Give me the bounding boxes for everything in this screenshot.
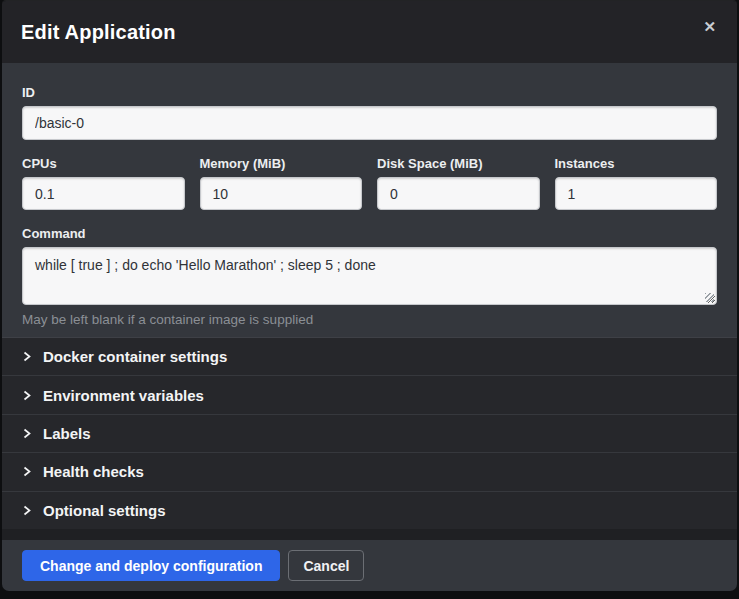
section-label: Environment variables xyxy=(43,387,204,404)
chevron-right-icon xyxy=(22,466,32,477)
command-help-text: May be left blank if a container image i… xyxy=(22,312,717,327)
edit-application-form: ID CPUs Memory (MiB) Disk Space (MiB) In… xyxy=(2,63,737,337)
close-icon: ✕ xyxy=(703,18,716,35)
modal-header: Edit Application ✕ xyxy=(2,1,737,63)
memory-label: Memory (MiB) xyxy=(200,156,363,171)
chevron-right-icon xyxy=(22,505,32,516)
disk-label: Disk Space (MiB) xyxy=(377,156,540,171)
id-input[interactable] xyxy=(22,106,717,140)
instances-field-group: Instances xyxy=(555,156,718,210)
id-field-group: ID xyxy=(22,85,717,140)
chevron-right-icon xyxy=(22,390,32,401)
section-toggle-docker-container-settings[interactable]: Docker container settings xyxy=(2,338,737,375)
cpus-field-group: CPUs xyxy=(22,156,185,210)
command-label: Command xyxy=(22,226,717,241)
disk-field-group: Disk Space (MiB) xyxy=(377,156,540,210)
cpus-label: CPUs xyxy=(22,156,185,171)
modal-title: Edit Application xyxy=(21,21,176,44)
id-label: ID xyxy=(22,85,717,100)
command-textarea[interactable]: while [ true ] ; do echo 'Hello Marathon… xyxy=(22,247,717,305)
section-toggle-labels[interactable]: Labels xyxy=(2,414,737,452)
chevron-right-icon xyxy=(22,351,32,362)
close-button[interactable]: ✕ xyxy=(699,15,720,38)
command-field-group: Command while [ true ] ; do echo 'Hello … xyxy=(22,226,717,327)
modal-footer: Change and deploy configuration Cancel xyxy=(2,540,737,591)
disk-input[interactable] xyxy=(377,177,540,210)
edit-application-modal: Edit Application ✕ ID CPUs Memory (MiB) … xyxy=(2,0,737,591)
submit-button[interactable]: Change and deploy configuration xyxy=(22,550,280,581)
memory-field-group: Memory (MiB) xyxy=(200,156,363,210)
section-toggle-optional-settings[interactable]: Optional settings xyxy=(2,491,737,529)
section-toggle-health-checks[interactable]: Health checks xyxy=(2,452,737,490)
chevron-right-icon xyxy=(22,428,32,439)
section-label: Labels xyxy=(43,425,91,442)
section-label: Docker container settings xyxy=(43,348,227,365)
section-toggle-environment-variables[interactable]: Environment variables xyxy=(2,375,737,413)
cancel-button[interactable]: Cancel xyxy=(288,550,364,581)
section-label: Health checks xyxy=(43,463,144,480)
cpus-input[interactable] xyxy=(22,177,185,210)
section-label: Optional settings xyxy=(43,502,166,519)
resources-row: CPUs Memory (MiB) Disk Space (MiB) Insta… xyxy=(22,156,717,210)
collapsible-sections: Docker container settings Environment va… xyxy=(2,337,737,529)
footer-divider xyxy=(2,529,737,540)
instances-label: Instances xyxy=(555,156,718,171)
memory-input[interactable] xyxy=(200,177,363,210)
instances-input[interactable] xyxy=(555,177,718,210)
